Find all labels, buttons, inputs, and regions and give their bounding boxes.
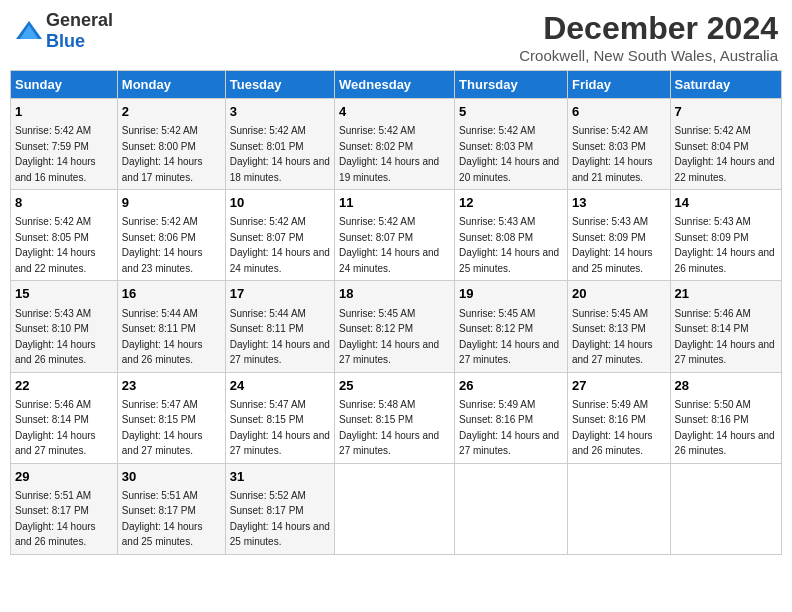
cell-info: Sunrise: 5:51 AMSunset: 8:17 PMDaylight:…: [15, 490, 96, 548]
day-number: 1: [15, 103, 113, 121]
calendar-cell: [335, 463, 455, 554]
day-number: 30: [122, 468, 221, 486]
calendar-cell: 23 Sunrise: 5:47 AMSunset: 8:15 PMDaylig…: [117, 372, 225, 463]
calendar-cell: 21 Sunrise: 5:46 AMSunset: 8:14 PMDaylig…: [670, 281, 781, 372]
calendar-week-5: 29 Sunrise: 5:51 AMSunset: 8:17 PMDaylig…: [11, 463, 782, 554]
calendar-cell: 10 Sunrise: 5:42 AMSunset: 8:07 PMDaylig…: [225, 190, 334, 281]
calendar-cell: 22 Sunrise: 5:46 AMSunset: 8:14 PMDaylig…: [11, 372, 118, 463]
cell-info: Sunrise: 5:46 AMSunset: 8:14 PMDaylight:…: [675, 308, 775, 366]
day-number: 25: [339, 377, 450, 395]
logo-general: General: [46, 10, 113, 30]
day-number: 5: [459, 103, 563, 121]
cell-info: Sunrise: 5:42 AMSunset: 8:00 PMDaylight:…: [122, 125, 203, 183]
column-header-tuesday: Tuesday: [225, 71, 334, 99]
day-number: 22: [15, 377, 113, 395]
calendar-cell: 11 Sunrise: 5:42 AMSunset: 8:07 PMDaylig…: [335, 190, 455, 281]
cell-info: Sunrise: 5:43 AMSunset: 8:10 PMDaylight:…: [15, 308, 96, 366]
day-number: 12: [459, 194, 563, 212]
day-number: 4: [339, 103, 450, 121]
cell-info: Sunrise: 5:49 AMSunset: 8:16 PMDaylight:…: [572, 399, 653, 457]
day-number: 14: [675, 194, 777, 212]
day-number: 21: [675, 285, 777, 303]
day-number: 26: [459, 377, 563, 395]
title-area: December 2024 Crookwell, New South Wales…: [519, 10, 778, 64]
calendar-cell: [567, 463, 670, 554]
cell-info: Sunrise: 5:43 AMSunset: 8:09 PMDaylight:…: [675, 216, 775, 274]
calendar-cell: 26 Sunrise: 5:49 AMSunset: 8:16 PMDaylig…: [455, 372, 568, 463]
cell-info: Sunrise: 5:42 AMSunset: 8:04 PMDaylight:…: [675, 125, 775, 183]
calendar-cell: 7 Sunrise: 5:42 AMSunset: 8:04 PMDayligh…: [670, 99, 781, 190]
cell-info: Sunrise: 5:46 AMSunset: 8:14 PMDaylight:…: [15, 399, 96, 457]
calendar-cell: 8 Sunrise: 5:42 AMSunset: 8:05 PMDayligh…: [11, 190, 118, 281]
calendar-cell: [455, 463, 568, 554]
calendar-cell: 28 Sunrise: 5:50 AMSunset: 8:16 PMDaylig…: [670, 372, 781, 463]
calendar-cell: [670, 463, 781, 554]
day-number: 8: [15, 194, 113, 212]
cell-info: Sunrise: 5:42 AMSunset: 7:59 PMDaylight:…: [15, 125, 96, 183]
calendar-cell: 27 Sunrise: 5:49 AMSunset: 8:16 PMDaylig…: [567, 372, 670, 463]
calendar-table: SundayMondayTuesdayWednesdayThursdayFrid…: [10, 70, 782, 555]
cell-info: Sunrise: 5:44 AMSunset: 8:11 PMDaylight:…: [230, 308, 330, 366]
calendar-cell: 25 Sunrise: 5:48 AMSunset: 8:15 PMDaylig…: [335, 372, 455, 463]
cell-info: Sunrise: 5:42 AMSunset: 8:03 PMDaylight:…: [572, 125, 653, 183]
day-number: 20: [572, 285, 666, 303]
calendar-week-4: 22 Sunrise: 5:46 AMSunset: 8:14 PMDaylig…: [11, 372, 782, 463]
day-number: 27: [572, 377, 666, 395]
calendar-cell: 30 Sunrise: 5:51 AMSunset: 8:17 PMDaylig…: [117, 463, 225, 554]
cell-info: Sunrise: 5:49 AMSunset: 8:16 PMDaylight:…: [459, 399, 559, 457]
cell-info: Sunrise: 5:42 AMSunset: 8:02 PMDaylight:…: [339, 125, 439, 183]
day-number: 24: [230, 377, 330, 395]
day-number: 7: [675, 103, 777, 121]
calendar-cell: 6 Sunrise: 5:42 AMSunset: 8:03 PMDayligh…: [567, 99, 670, 190]
cell-info: Sunrise: 5:47 AMSunset: 8:15 PMDaylight:…: [230, 399, 330, 457]
calendar-cell: 31 Sunrise: 5:52 AMSunset: 8:17 PMDaylig…: [225, 463, 334, 554]
column-header-monday: Monday: [117, 71, 225, 99]
calendar-cell: 12 Sunrise: 5:43 AMSunset: 8:08 PMDaylig…: [455, 190, 568, 281]
cell-info: Sunrise: 5:42 AMSunset: 8:03 PMDaylight:…: [459, 125, 559, 183]
logo-icon: [14, 19, 44, 43]
day-number: 31: [230, 468, 330, 486]
day-number: 9: [122, 194, 221, 212]
calendar-week-3: 15 Sunrise: 5:43 AMSunset: 8:10 PMDaylig…: [11, 281, 782, 372]
column-header-sunday: Sunday: [11, 71, 118, 99]
calendar-cell: 14 Sunrise: 5:43 AMSunset: 8:09 PMDaylig…: [670, 190, 781, 281]
day-number: 10: [230, 194, 330, 212]
day-number: 16: [122, 285, 221, 303]
cell-info: Sunrise: 5:44 AMSunset: 8:11 PMDaylight:…: [122, 308, 203, 366]
cell-info: Sunrise: 5:48 AMSunset: 8:15 PMDaylight:…: [339, 399, 439, 457]
column-header-saturday: Saturday: [670, 71, 781, 99]
calendar-cell: 20 Sunrise: 5:45 AMSunset: 8:13 PMDaylig…: [567, 281, 670, 372]
calendar-cell: 1 Sunrise: 5:42 AMSunset: 7:59 PMDayligh…: [11, 99, 118, 190]
calendar-header-row: SundayMondayTuesdayWednesdayThursdayFrid…: [11, 71, 782, 99]
calendar-week-1: 1 Sunrise: 5:42 AMSunset: 7:59 PMDayligh…: [11, 99, 782, 190]
logo: General Blue: [14, 10, 113, 52]
cell-info: Sunrise: 5:42 AMSunset: 8:05 PMDaylight:…: [15, 216, 96, 274]
calendar-body: 1 Sunrise: 5:42 AMSunset: 7:59 PMDayligh…: [11, 99, 782, 555]
calendar-cell: 3 Sunrise: 5:42 AMSunset: 8:01 PMDayligh…: [225, 99, 334, 190]
column-header-friday: Friday: [567, 71, 670, 99]
column-header-wednesday: Wednesday: [335, 71, 455, 99]
cell-info: Sunrise: 5:51 AMSunset: 8:17 PMDaylight:…: [122, 490, 203, 548]
cell-info: Sunrise: 5:42 AMSunset: 8:07 PMDaylight:…: [230, 216, 330, 274]
calendar-week-2: 8 Sunrise: 5:42 AMSunset: 8:05 PMDayligh…: [11, 190, 782, 281]
day-number: 18: [339, 285, 450, 303]
calendar-cell: 2 Sunrise: 5:42 AMSunset: 8:00 PMDayligh…: [117, 99, 225, 190]
cell-info: Sunrise: 5:42 AMSunset: 8:07 PMDaylight:…: [339, 216, 439, 274]
page-title: December 2024: [519, 10, 778, 47]
cell-info: Sunrise: 5:45 AMSunset: 8:12 PMDaylight:…: [339, 308, 439, 366]
calendar-cell: 16 Sunrise: 5:44 AMSunset: 8:11 PMDaylig…: [117, 281, 225, 372]
day-number: 23: [122, 377, 221, 395]
day-number: 2: [122, 103, 221, 121]
calendar-cell: 19 Sunrise: 5:45 AMSunset: 8:12 PMDaylig…: [455, 281, 568, 372]
day-number: 17: [230, 285, 330, 303]
day-number: 6: [572, 103, 666, 121]
day-number: 19: [459, 285, 563, 303]
calendar-cell: 9 Sunrise: 5:42 AMSunset: 8:06 PMDayligh…: [117, 190, 225, 281]
calendar-cell: 18 Sunrise: 5:45 AMSunset: 8:12 PMDaylig…: [335, 281, 455, 372]
column-header-thursday: Thursday: [455, 71, 568, 99]
calendar-cell: 29 Sunrise: 5:51 AMSunset: 8:17 PMDaylig…: [11, 463, 118, 554]
cell-info: Sunrise: 5:42 AMSunset: 8:01 PMDaylight:…: [230, 125, 330, 183]
calendar-cell: 5 Sunrise: 5:42 AMSunset: 8:03 PMDayligh…: [455, 99, 568, 190]
page-subtitle: Crookwell, New South Wales, Australia: [519, 47, 778, 64]
cell-info: Sunrise: 5:43 AMSunset: 8:08 PMDaylight:…: [459, 216, 559, 274]
